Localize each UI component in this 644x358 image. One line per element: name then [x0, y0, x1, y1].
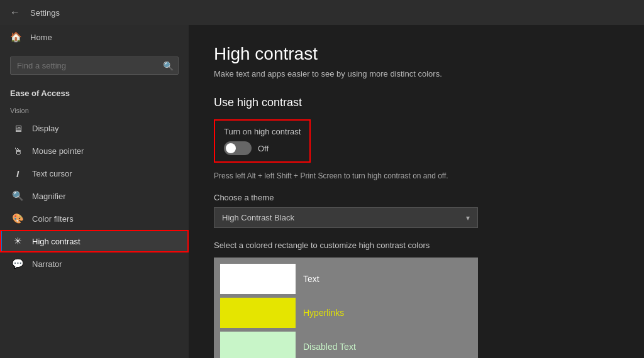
toggle-row: Off [224, 141, 301, 155]
sidebar-home-label: Home [30, 33, 52, 42]
search-icon-button[interactable]: 🔍 [163, 61, 174, 71]
annotation-arrows [189, 25, 208, 276]
sidebar-item-display[interactable]: 🖥 Display [0, 117, 189, 139]
sidebar-item-color-filters[interactable]: 🎨 Color filters [0, 207, 189, 230]
choose-theme-label: Choose a theme [214, 193, 619, 202]
customize-label: Select a colored rectangle to customize … [214, 241, 619, 250]
text-color-swatch[interactable] [220, 264, 296, 294]
search-wrapper: 🔍 [10, 57, 179, 75]
sidebar-item-high-contrast[interactable]: ✳ High contrast [0, 230, 189, 252]
text-cursor-icon: I [12, 168, 23, 179]
sidebar-item-label: High contrast [32, 237, 80, 246]
sidebar-item-label: Color filters [32, 214, 74, 224]
color-row-text[interactable]: Text [220, 264, 472, 294]
theme-selected-value: High Contrast Black [222, 213, 294, 222]
color-row-disabled-text[interactable]: Disabled Text [220, 332, 472, 358]
shortcut-text: Press left Alt + left Shift + Print Scre… [214, 171, 619, 180]
sidebar-vision-label: Vision [0, 102, 189, 117]
mouse-icon: 🖱 [12, 145, 23, 156]
sidebar-item-label: Mouse pointer [32, 146, 84, 156]
sidebar-item-narrator[interactable]: 💬 Narrator [0, 252, 189, 275]
disabled-text-color-label: Disabled Text [303, 342, 356, 352]
section-title: Use high contrast [214, 96, 619, 109]
toggle-container: Turn on high contrast Off [214, 119, 311, 163]
hyperlinks-color-label: Hyperlinks [303, 308, 344, 318]
sidebar-item-home[interactable]: 🏠 Home [0, 25, 189, 49]
sidebar-item-label: Text cursor [32, 169, 72, 178]
main-layout: 🏠 Home 🔍 Ease of Access Vision 🖥 Display… [0, 25, 644, 358]
page-description: Make text and apps easier to see by usin… [214, 69, 619, 79]
disabled-text-color-swatch[interactable] [220, 332, 296, 358]
high-contrast-toggle[interactable] [224, 141, 252, 155]
magnifier-icon: 🔍 [12, 190, 23, 202]
text-color-label: Text [303, 274, 319, 284]
sidebar-section-label: Ease of Access [0, 82, 189, 102]
chevron-down-icon: ▾ [466, 214, 470, 222]
search-input[interactable] [10, 57, 179, 75]
display-icon: 🖥 [12, 122, 23, 134]
page-title: High contrast [214, 44, 619, 64]
back-button[interactable]: ← [8, 5, 23, 20]
content-area: High contrast Make text and apps easier … [189, 25, 644, 358]
sidebar-item-label: Narrator [32, 259, 62, 269]
sidebar-item-label: Display [32, 124, 59, 133]
narrator-icon: 💬 [12, 258, 23, 269]
title-bar: ← Settings [0, 0, 644, 25]
toggle-knob [226, 143, 236, 153]
sidebar-item-label: Magnifier [32, 192, 65, 201]
theme-dropdown[interactable]: High Contrast Black ▾ [214, 207, 478, 228]
sidebar-item-magnifier[interactable]: 🔍 Magnifier [0, 185, 189, 207]
sidebar: 🏠 Home 🔍 Ease of Access Vision 🖥 Display… [0, 25, 189, 358]
color-row-hyperlinks[interactable]: Hyperlinks [220, 298, 472, 328]
hyperlinks-color-swatch[interactable] [220, 298, 296, 328]
toggle-label: Turn on high contrast [224, 127, 301, 136]
title-bar-title: Settings [30, 8, 60, 18]
sidebar-item-mouse-pointer[interactable]: 🖱 Mouse pointer [0, 139, 189, 162]
home-icon: 🏠 [10, 31, 21, 43]
search-box-wrapper: 🔍 [0, 49, 189, 82]
color-filters-icon: 🎨 [12, 213, 23, 224]
high-contrast-icon: ✳ [12, 236, 23, 247]
sidebar-item-text-cursor[interactable]: I Text cursor [0, 162, 189, 185]
color-grid: Text Hyperlinks Disabled Text [214, 258, 478, 358]
toggle-state-label: Off [258, 144, 269, 153]
